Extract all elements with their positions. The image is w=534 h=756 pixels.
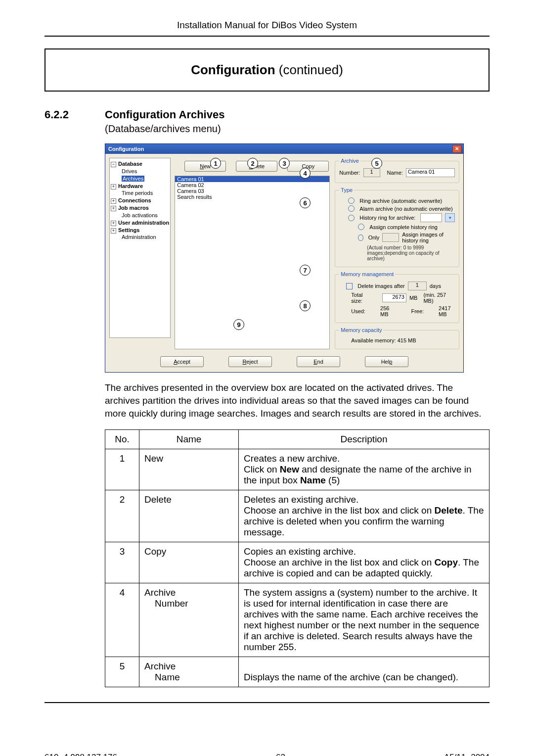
memory-capacity-group: Memory capacity Available memory: 415 MB [335,327,459,349]
table-name: New [139,449,239,490]
list-item[interactable]: Camera 03 [175,188,329,194]
table-name: Archive Number [139,583,239,657]
alarm-label: Alarm archive (no automatic overwrite) [359,206,452,212]
chapter-title-cont: (continued) [275,62,343,77]
callout-1: 1 [210,158,221,169]
section-title: Configuration Archives [105,108,224,121]
accept-button[interactable]: Accept [160,356,204,367]
tree-job-macros[interactable]: Job macros [118,205,149,211]
running-head: Installation Manual for DiBos Video Syst… [44,20,490,31]
callout-9: 9 [233,319,244,330]
th-desc: Description [239,429,490,449]
name-label: Name: [387,170,403,176]
table-no: 3 [105,542,139,583]
callout-5: 5 [371,158,382,169]
th-no: No. [105,429,139,449]
only-field [382,233,399,242]
type-group: Type Ring archive (automatic overwrite) … [335,187,459,267]
memmgmt-legend: Memory management [339,271,395,277]
footer-center: − 63 − [268,753,292,756]
archive-group: Archive Number: 1 Name: Camera 01 [335,158,459,183]
tree-drives[interactable]: Drives [111,168,169,175]
callout-8: 8 [300,300,311,311]
dialog-title: Configuration [108,146,144,152]
table-name: Archive Name [139,657,239,687]
free-value: 2417 MB [439,305,455,317]
end-button[interactable]: End [297,356,340,367]
table-desc: The system assigns a (system) number to … [239,583,490,657]
mb-label: MB [409,295,418,301]
chevron-down-icon[interactable]: ▾ [445,213,455,222]
type-legend: Type [339,187,354,193]
assign-label: Assign complete history ring [369,224,438,230]
chapter-title-box: Configuration (continued) [44,48,490,92]
footer-left: 610−4.998.137.176 [44,753,117,756]
number-label: Number: [339,170,360,176]
history-select[interactable] [420,213,442,222]
callout-6: 6 [300,197,311,208]
delete-after-checkbox[interactable] [346,283,353,289]
radio-assign-all[interactable] [358,224,364,230]
min-label: (min. 257 MB) [423,292,455,304]
total-size-label: Total size: [351,292,373,304]
table-name: Copy [139,542,239,583]
table-desc: Creates a new archive.Click on New and d… [239,449,490,490]
tree-database[interactable]: Database [118,161,142,167]
config-dialog: 1 2 3 4 5 6 7 8 9 Configuration ✕ −Datab… [105,143,464,373]
nav-tree[interactable]: −Database Drives Archives +Hardware Time… [109,158,171,338]
tree-time-periods[interactable]: Time periods [111,189,169,197]
help-button[interactable]: Help [365,356,408,367]
delete-days-field[interactable]: 1 [408,282,427,290]
dialog-titlebar: Configuration ✕ [105,144,463,154]
only-label: Only [368,235,380,240]
close-icon[interactable]: ✕ [452,145,461,153]
days-label: days [430,283,441,289]
table-no: 2 [105,490,139,542]
th-name: Name [139,429,239,449]
reject-button[interactable]: Reject [228,356,272,367]
available-memory: Available memory: 415 MB [351,337,455,343]
tree-connections[interactable]: Connections [118,197,151,203]
tree-administration[interactable]: Administration [111,234,169,241]
actual-note: (Actual number: 0 to 9999 images;dependi… [367,245,455,261]
total-size-field[interactable]: 2673 [382,293,406,302]
only-label2: Assign images of history ring [402,232,455,243]
radio-only[interactable] [358,235,363,241]
tree-hardware[interactable]: Hardware [118,183,143,189]
body-paragraph: The archives presented in the overview b… [105,381,490,421]
tree-job-activations[interactable]: Job activations [111,212,169,219]
radio-alarm[interactable] [348,205,355,212]
table-no: 5 [105,657,139,687]
name-field[interactable]: Camera 01 [406,168,455,177]
list-item[interactable]: Camera 02 [175,182,329,188]
callout-3: 3 [279,158,290,169]
top-rule [44,36,490,37]
table-name: Delete [139,490,239,542]
tree-user-admin[interactable]: User administration [118,220,169,226]
cap-legend: Memory capacity [339,327,383,333]
used-value: 256 MB [380,305,394,317]
radio-ring[interactable] [348,197,355,204]
callout-4: 4 [300,168,311,179]
table-desc: Deletes an existing archive.Choose an ar… [239,490,490,542]
radio-history[interactable] [348,215,355,221]
used-label: Used: [351,308,365,314]
callout-7: 7 [300,265,311,276]
tree-archives[interactable]: Archives [122,176,144,182]
tree-settings[interactable]: Settings [118,227,139,233]
free-label: Free: [411,308,424,314]
ring-label: Ring archive (automatic overwrite) [359,198,442,204]
memory-mgmt-group: Memory management Delete images after 1 … [335,271,459,323]
table-desc: Copies an existing archive.Choose an arc… [239,542,490,583]
footer-right: A5/11−2004 [444,753,490,756]
table-no: 1 [105,449,139,490]
number-field: 1 [363,168,380,177]
description-table: No. Name Description 1NewCreates a new a… [105,429,490,687]
callout-2: 2 [247,158,258,169]
section-number: 6.2.2 [44,108,84,121]
section-subtitle: (Database/archives menu) [105,123,490,135]
table-desc: Displays the name of the archive (can be… [239,657,490,687]
table-no: 4 [105,583,139,657]
history-label: History ring for archive: [359,215,415,221]
delete-after-label: Delete images after [357,283,404,289]
